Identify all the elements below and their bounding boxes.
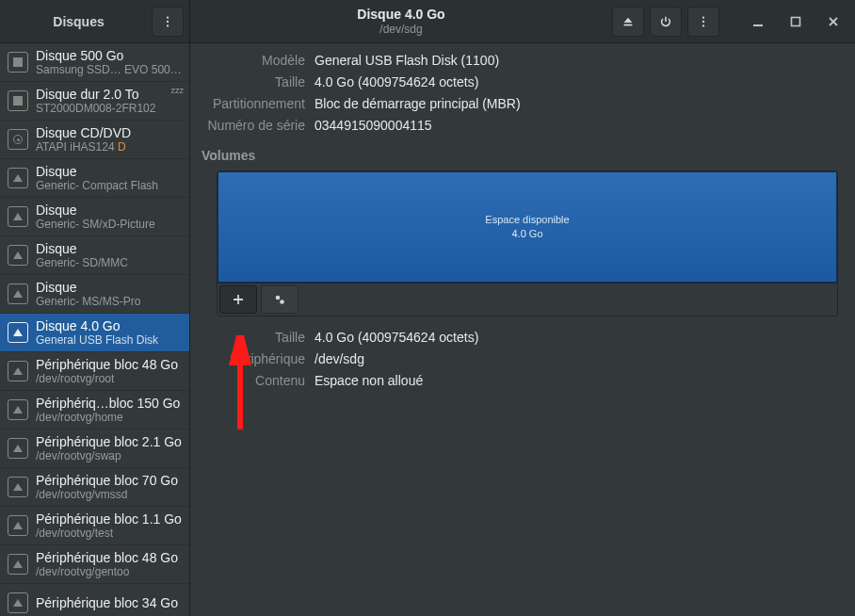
svg-rect-7: [753, 24, 763, 26]
disk-list-item[interactable]: Périphérique bloc 48 Go/dev/rootvg/gento…: [0, 545, 189, 584]
disk-item-subtitle: General USB Flash Disk: [36, 333, 182, 347]
disk-item-subtitle: Generic- SM/xD-Picture: [36, 218, 182, 231]
removable-disk-icon: [8, 515, 28, 536]
disk-item-subtitle: Samsung SSD… EVO 500GB: [36, 63, 182, 76]
model-value: General USB Flash Disk (1100): [315, 53, 838, 68]
disk-list-item[interactable]: DisqueGeneric- SM/xD-Picture: [0, 198, 189, 236]
disk-list-item[interactable]: Périphérique bloc 34 Go: [0, 584, 189, 616]
disk-item-subtitle: /dev/rootvg/swap: [36, 449, 182, 462]
optical-disk-icon: [8, 129, 28, 150]
disk-item-subtitle: ATAPI iHAS124 D: [36, 140, 182, 154]
disk-list-item[interactable]: Disque 4.0 GoGeneral USB Flash Disk: [0, 314, 189, 352]
volume-settings-button[interactable]: [261, 285, 298, 314]
svg-point-9: [276, 296, 281, 300]
volume-toolbar: [218, 283, 837, 316]
svg-point-10: [280, 300, 284, 304]
disk-item-subtitle: Generic- Compact Flash: [36, 179, 182, 192]
disk-list-item[interactable]: DisqueGeneric- SD/MMC: [0, 236, 189, 275]
disk-list[interactable]: Disque 500 GoSamsung SSD… EVO 500GBDisqu…: [0, 43, 190, 616]
close-button[interactable]: [817, 7, 849, 37]
disk-item-title: Périphérique bloc 1.1 Go: [36, 511, 182, 527]
vol-size-label: Taille: [217, 330, 305, 345]
disk-item-title: Disque: [36, 164, 182, 179]
removable-disk-icon: [8, 322, 28, 343]
size-value: 4.0 Go (4009754624 octets): [315, 74, 838, 89]
disk-item-title: Disque 500 Go: [36, 48, 182, 63]
disk-item-subtitle: Generic- SD/MMC: [36, 256, 182, 269]
disk-list-item[interactable]: Disque 500 GoSamsung SSD… EVO 500GB: [0, 43, 189, 82]
app-title: Disques: [6, 14, 152, 29]
removable-disk-icon: [8, 206, 28, 227]
disk-item-subtitle: /dev/rootvg/root: [36, 372, 182, 385]
disk-list-item[interactable]: DisqueGeneric- Compact Flash: [0, 159, 189, 198]
disk-list-item[interactable]: Périphérique bloc 70 Go/dev/rootvg/vmssd: [0, 468, 189, 507]
free-space-label: Espace disponible: [485, 213, 569, 227]
titlebar: Disques Disque 4.0 Go /dev/sdg: [0, 0, 855, 43]
disk-item-title: Disque dur 2.0 To: [36, 87, 182, 102]
eject-button[interactable]: [612, 7, 644, 37]
disk-item-subtitle: /dev/rootvg/gentoo: [36, 565, 182, 578]
disk-list-item[interactable]: Périphérique bloc 48 Go/dev/rootvg/root: [0, 352, 189, 391]
svg-point-6: [702, 24, 704, 26]
minimize-button[interactable]: [742, 7, 774, 37]
removable-disk-icon: [8, 592, 28, 613]
disk-item-title: Périphérique bloc 34 Go: [36, 595, 182, 610]
disk-item-subtitle: ST2000DM008-2FR102: [36, 102, 182, 115]
disk-item-title: Périphérique bloc 70 Go: [36, 473, 182, 488]
svg-point-0: [167, 16, 169, 18]
svg-rect-3: [624, 24, 633, 25]
sleep-indicator-icon: zzz: [171, 86, 185, 95]
hard-disk-icon: [8, 52, 28, 73]
disk-menu-button[interactable]: [687, 7, 719, 37]
removable-disk-icon: [8, 554, 28, 575]
disk-item-title: Disque: [36, 241, 182, 256]
disk-item-subtitle: /dev/rootvg/test: [36, 527, 182, 540]
serial-label: Numéro de série: [200, 118, 305, 133]
partitioning-label: Partitionnement: [200, 96, 305, 111]
disk-item-title: Périphérique bloc 48 Go: [36, 550, 182, 565]
removable-disk-icon: [8, 477, 28, 497]
disk-item-title: Périphérique bloc 48 Go: [36, 357, 182, 372]
vol-content-label: Contenu: [217, 373, 305, 388]
disk-item-title: Disque CD/DVD: [36, 125, 182, 140]
serial-value: 0344915090004115: [315, 118, 838, 133]
removable-disk-icon: [8, 399, 28, 420]
window-title-group: Disque 4.0 Go /dev/sdg: [196, 7, 606, 36]
add-partition-button[interactable]: [219, 285, 257, 314]
vol-device-label: Périphérique: [217, 351, 305, 366]
disk-list-item[interactable]: Périphérique bloc 1.1 Go/dev/rootvg/test: [0, 507, 189, 545]
window-subtitle: /dev/sdg: [196, 23, 606, 36]
disk-item-subtitle: /dev/rootvg/home: [36, 411, 182, 424]
removable-disk-icon: [8, 168, 28, 188]
disk-detail-pane: Modèle General USB Flash Disk (1100) Tai…: [190, 43, 855, 616]
disk-item-title: Disque: [36, 203, 182, 218]
disk-list-item[interactable]: Disque CD/DVDATAPI iHAS124 D: [0, 121, 189, 159]
disk-list-item[interactable]: Disque dur 2.0 ToST2000DM008-2FR102zzz: [0, 82, 189, 121]
vol-content-value: Espace non alloué: [315, 373, 838, 388]
svg-point-4: [702, 16, 704, 18]
removable-disk-icon: [8, 361, 28, 381]
free-space-region[interactable]: Espace disponible 4.0 Go: [218, 171, 837, 283]
vol-device-value: /dev/sdg: [315, 351, 838, 366]
removable-disk-icon: [8, 245, 28, 266]
removable-disk-icon: [8, 284, 28, 304]
size-label: Taille: [200, 74, 305, 89]
disk-item-title: Disque 4.0 Go: [36, 318, 182, 333]
app-menu-button[interactable]: [152, 7, 184, 37]
svg-rect-8: [792, 17, 800, 25]
svg-point-2: [167, 24, 169, 26]
disk-list-item[interactable]: Périphérique bloc 2.1 Go/dev/rootvg/swap: [0, 430, 189, 468]
power-button[interactable]: [650, 7, 682, 37]
disk-item-title: Disque: [36, 280, 182, 295]
volumes-heading: Volumes: [202, 148, 838, 163]
disk-list-item[interactable]: DisqueGeneric- MS/MS-Pro: [0, 275, 189, 314]
svg-point-1: [167, 20, 169, 22]
disk-item-subtitle: /dev/rootvg/vmssd: [36, 488, 182, 501]
maximize-button[interactable]: [780, 7, 812, 37]
hard-disk-icon: [8, 90, 28, 111]
disk-item-title: Périphérique bloc 2.1 Go: [36, 434, 182, 449]
disk-list-item[interactable]: Périphériq…bloc 150 Go/dev/rootvg/home: [0, 391, 189, 430]
model-label: Modèle: [200, 53, 305, 68]
disk-item-subtitle: Generic- MS/MS-Pro: [36, 295, 182, 308]
window-title: Disque 4.0 Go: [196, 7, 606, 23]
